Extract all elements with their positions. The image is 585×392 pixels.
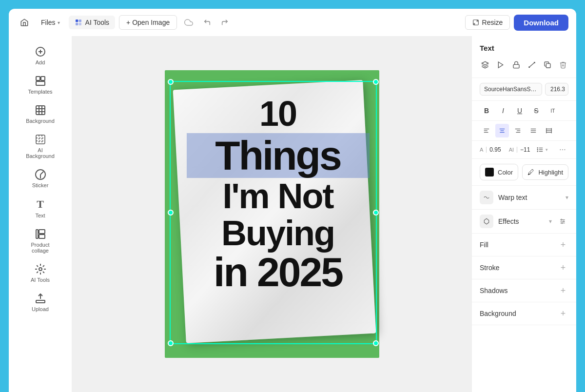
char-spacing-value[interactable]: −11 — [520, 146, 530, 153]
list-style-item[interactable]: ▾ — [537, 146, 548, 153]
bold-button[interactable]: B — [480, 104, 493, 118]
sidebar-item-upload[interactable]: Upload — [9, 289, 72, 316]
color-button[interactable]: Color — [480, 164, 518, 180]
underline-button[interactable]: U — [513, 104, 526, 118]
fill-row[interactable]: Fill + — [472, 234, 576, 256]
resize-icon — [472, 19, 479, 26]
sidebar-item-add[interactable]: Add — [9, 42, 72, 69]
background-label: Background — [480, 310, 558, 317]
letter-spacing-value[interactable]: 0.95 — [489, 146, 501, 153]
sidebar-item-sticker[interactable]: Sticker — [9, 165, 72, 192]
align-right-button[interactable] — [511, 124, 525, 137]
animate-icon[interactable] — [495, 58, 506, 72]
sidebar-item-ai-background[interactable]: AIBackground — [9, 130, 72, 163]
cloud-save-button[interactable] — [181, 15, 196, 30]
effects-settings-button[interactable] — [557, 216, 568, 227]
shadows-row[interactable]: Shadows + — [472, 279, 576, 302]
redo-button[interactable] — [218, 16, 232, 29]
align-left-button[interactable] — [480, 124, 493, 137]
open-image-button[interactable]: + Open Image — [119, 15, 177, 30]
char-spacing-icon: AI — [509, 147, 514, 153]
highlight-icon: 🖊 — [527, 168, 534, 176]
svg-point-24 — [39, 268, 42, 271]
more-options-button[interactable]: ··· — [557, 144, 568, 156]
font-row: SourceHanSansSC-Re 216.3 — [472, 78, 576, 101]
undo-icon — [203, 19, 211, 26]
sidebar-background-label: Background — [26, 118, 55, 124]
ai-tools-sidebar-icon — [35, 263, 46, 275]
effects-chevron-icon: ▾ — [549, 218, 552, 225]
lock-icon[interactable] — [511, 58, 522, 72]
left-sidebar: Add Templates Background AIBackground St… — [9, 36, 72, 392]
sidebar-ai-tools-label: AI Tools — [31, 277, 50, 283]
fill-add-button[interactable]: + — [558, 239, 568, 250]
align-center-button[interactable] — [495, 124, 509, 137]
background-add-button[interactable]: + — [558, 308, 568, 319]
text-line-2: Things — [192, 135, 365, 176]
sidebar-upload-label: Upload — [32, 306, 49, 312]
sidebar-item-text[interactable]: T Text — [9, 194, 72, 222]
cloud-icon — [184, 18, 193, 27]
panel-title: Text — [472, 36, 576, 56]
highlight-button[interactable]: 🖊 Highlight — [522, 164, 568, 180]
ai-tools-button[interactable]: AI Tools — [69, 16, 116, 29]
superscript-button[interactable]: IT — [546, 104, 560, 118]
sidebar-text-label: Text — [35, 213, 45, 218]
list-style-icon — [537, 146, 544, 153]
download-button[interactable]: Download — [514, 15, 568, 31]
duplicate-icon[interactable] — [542, 58, 553, 72]
effects-icon — [480, 215, 493, 228]
ai-background-icon — [35, 134, 46, 145]
color-highlight-row: Color 🖊 Highlight — [472, 159, 576, 186]
svg-rect-28 — [513, 64, 519, 68]
svg-point-56 — [561, 219, 562, 220]
letter-spacing-icon: A — [480, 147, 483, 153]
background-icon — [35, 104, 46, 116]
layers-icon[interactable] — [480, 58, 490, 72]
format-row: B I U S IT — [472, 101, 576, 121]
sidebar-templates-label: Templates — [28, 89, 52, 95]
text-icon: T — [37, 198, 44, 211]
effects-label: Effects — [498, 217, 544, 225]
sidebar-item-background[interactable]: Background — [9, 100, 72, 128]
files-menu[interactable]: Files ▾ — [36, 16, 65, 29]
home-button[interactable] — [17, 15, 32, 30]
position-icon[interactable] — [526, 58, 537, 72]
stroke-add-button[interactable]: + — [558, 262, 568, 273]
delete-icon[interactable] — [558, 58, 568, 72]
resize-label: Resize — [482, 19, 503, 26]
italic-button[interactable]: I — [496, 104, 510, 118]
files-label: Files — [41, 19, 56, 26]
align-distribute-button[interactable] — [542, 124, 556, 137]
fill-label: Fill — [480, 241, 558, 249]
align-justify-button[interactable] — [526, 124, 540, 137]
effects-row[interactable]: Effects ▾ — [472, 210, 576, 234]
undo-button[interactable] — [200, 16, 214, 29]
sidebar-sticker-label: Sticker — [32, 182, 49, 188]
canvas-image-container[interactable]: 10 Things I'm Not Buying in 2025 — [165, 70, 379, 358]
svg-point-50 — [538, 148, 538, 148]
sidebar-item-product-collage[interactable]: Productcollage — [9, 224, 72, 257]
strikethrough-button[interactable]: S — [529, 104, 543, 118]
sidebar-item-templates[interactable]: Templates — [9, 71, 72, 98]
sidebar-add-label: Add — [36, 59, 45, 65]
svg-rect-21 — [36, 230, 38, 238]
redo-icon — [221, 19, 229, 26]
svg-rect-25 — [36, 300, 45, 303]
font-name-input[interactable]: SourceHanSansSC-Re — [480, 83, 542, 96]
shadows-add-button[interactable]: + — [558, 285, 568, 296]
svg-marker-26 — [482, 61, 488, 65]
svg-rect-23 — [39, 235, 45, 238]
svg-point-52 — [538, 151, 538, 152]
text-line-1: 10 — [192, 95, 365, 133]
stroke-row[interactable]: Stroke + — [472, 256, 576, 279]
warp-text-row[interactable]: Warp text ▾ — [472, 186, 576, 210]
svg-rect-2 — [76, 23, 78, 25]
color-swatch — [485, 168, 494, 176]
resize-button[interactable]: Resize — [465, 15, 510, 30]
svg-point-57 — [563, 221, 564, 222]
svg-rect-10 — [36, 81, 45, 85]
sidebar-item-ai-tools[interactable]: AI Tools — [9, 259, 72, 287]
font-size-input[interactable]: 216.3 — [545, 83, 568, 96]
background-row[interactable]: Background + — [472, 302, 576, 325]
